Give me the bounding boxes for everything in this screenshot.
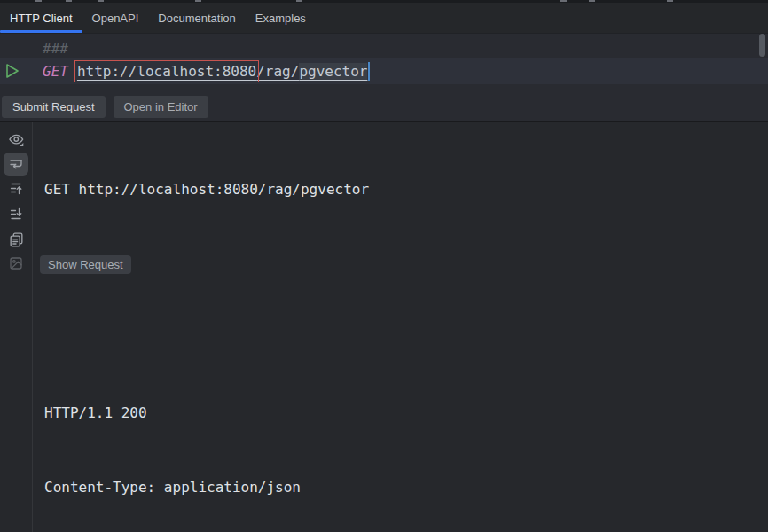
show-request-row: Show Request [44, 252, 761, 277]
http-client-tool-window: { "window": { "tabs": [ {"label": "HTTP … [0, 0, 768, 532]
tab-documentation[interactable]: Documentation [148, 3, 245, 33]
submit-request-button[interactable]: Submit Request [2, 96, 106, 118]
tab-examples[interactable]: Examples [246, 3, 316, 33]
request-url[interactable]: http://localhost:8080/rag/pgvector [77, 63, 368, 80]
request-url-host[interactable]: http://localhost:8080 [77, 63, 256, 80]
run-request-icon[interactable] [4, 63, 20, 79]
tab-http-client[interactable]: HTTP Client [0, 3, 82, 33]
image-preview-icon[interactable] [4, 252, 28, 275]
status-line: HTTP/1.1 200 [44, 401, 761, 426]
soft-wrap-icon[interactable] [4, 153, 28, 176]
editor-scrollbar-thumb[interactable] [759, 34, 765, 57]
header-content-type: Content-Type: application/json [44, 475, 761, 500]
request-line[interactable]: GET http://localhost:8080/rag/pgvector [0, 58, 768, 84]
response-panel: GET http://localhost:8080/rag/pgvector S… [0, 122, 768, 532]
response-console: GET http://localhost:8080/rag/pgvector S… [44, 128, 761, 532]
http-method: GET [43, 63, 68, 80]
scroll-to-bottom-icon[interactable] [4, 202, 28, 225]
tab-openapi[interactable]: OpenAPI [82, 3, 149, 33]
request-actions-bar: Submit Request Open in Editor [0, 91, 768, 122]
response-toolbar [0, 122, 33, 532]
scroll-to-top-icon[interactable] [4, 177, 28, 200]
request-url-last-segment[interactable]: pgvector [299, 63, 367, 80]
request-separator-line: ### [0, 35, 768, 60]
tool-window-tabbar: HTTP Client OpenAPI Documentation Exampl… [0, 3, 768, 33]
copy-response-icon[interactable] [4, 227, 28, 250]
view-options-icon[interactable] [4, 128, 28, 151]
response-request-line: GET http://localhost:8080/rag/pgvector [44, 177, 761, 202]
text-caret [368, 62, 370, 81]
request-editor[interactable]: ### GET http://localhost:8080/rag/pgvect… [0, 33, 768, 91]
show-request-button[interactable]: Show Request [40, 255, 131, 274]
request-url-path[interactable]: /rag/ [256, 63, 299, 80]
open-in-editor-button[interactable]: Open in Editor [114, 96, 208, 118]
request-separator-text: ### [43, 40, 68, 57]
